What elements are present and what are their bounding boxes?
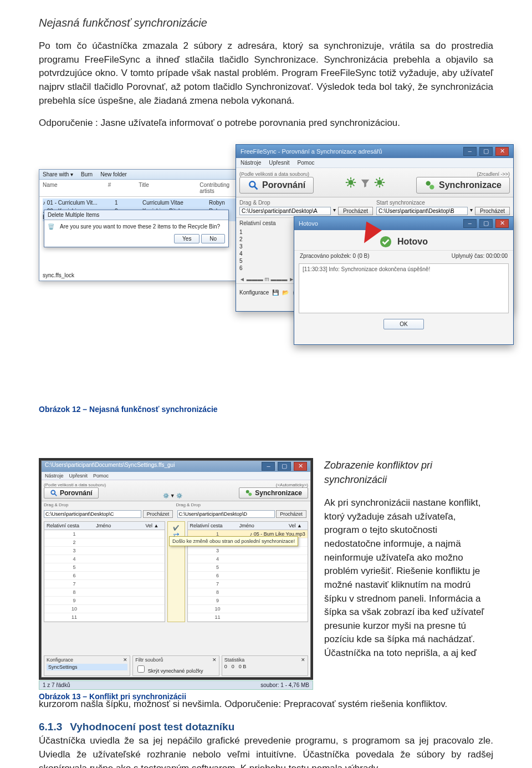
menu-item[interactable]: Nástroje bbox=[45, 473, 64, 479]
menu-item[interactable]: Pomoc bbox=[298, 160, 315, 166]
gear-icon[interactable] bbox=[374, 176, 386, 189]
window-title: C:\Users\participant\Documents\SyncSetti… bbox=[45, 462, 175, 471]
menu-item[interactable]: Upřesnit bbox=[69, 473, 88, 479]
compare-hint: (Podle velikosti a data souboru) bbox=[239, 171, 314, 177]
panel-close-icon[interactable]: ✕ bbox=[212, 657, 217, 663]
gear-icon[interactable]: ⚙️ bbox=[176, 493, 182, 499]
dropdown-icon[interactable]: ▾ bbox=[333, 207, 336, 215]
recycle-icon: 🗑️ bbox=[48, 223, 54, 230]
left-grid[interactable]: Relativní cesta Jméno Vel ▲ 1 2 3 4 5 6 … bbox=[44, 521, 165, 622]
hide-label: Skrýt vynechané položky bbox=[148, 668, 203, 674]
hide-skipped-checkbox[interactable]: Skrýt vynechané položky bbox=[135, 668, 203, 674]
col-rel[interactable]: Relativní cesta bbox=[44, 522, 94, 530]
menu-item[interactable]: Pomoc bbox=[93, 473, 109, 479]
maximize-button[interactable]: ▢ bbox=[479, 147, 493, 156]
lock-file: sync.ffs_lock bbox=[43, 272, 74, 278]
col-title[interactable]: Title bbox=[139, 182, 177, 194]
col-name[interactable]: Name bbox=[43, 182, 86, 194]
browse-button[interactable]: Procházet bbox=[276, 510, 306, 518]
close-button[interactable]: ✕ bbox=[294, 462, 307, 471]
svg-point-5 bbox=[429, 185, 434, 189]
cell: Curriculum Vitae bbox=[142, 200, 192, 206]
filter-panel: Filtr souborů✕ Skrýt vynechané položky bbox=[132, 655, 219, 676]
funnel-icon[interactable]: ▼ bbox=[170, 493, 175, 499]
svg-point-10 bbox=[246, 490, 249, 494]
compare-label: Porovnání bbox=[60, 489, 93, 497]
path-c-input[interactable] bbox=[44, 510, 141, 518]
col-name[interactable]: Jméno bbox=[94, 522, 143, 530]
maximize-button[interactable]: ▢ bbox=[278, 462, 291, 471]
sync-button[interactable]: Synchronizace bbox=[416, 177, 510, 194]
sync-button[interactable]: Synchronizace bbox=[239, 487, 308, 499]
check-icon[interactable]: ✔️ bbox=[173, 525, 179, 531]
funnel-icon[interactable] bbox=[360, 177, 370, 189]
svg-point-8 bbox=[51, 490, 55, 494]
dialog-message: Are you sure you want to move these 2 it… bbox=[60, 223, 220, 230]
col-size[interactable]: Vel ▲ bbox=[287, 522, 308, 530]
col-rel[interactable]: Relativní cesta bbox=[188, 522, 237, 530]
menu-item[interactable]: Upřesnit bbox=[269, 160, 289, 166]
col-artist[interactable]: Contributing artists bbox=[200, 182, 236, 194]
browse-button[interactable]: Procházet bbox=[475, 207, 510, 215]
sync-label: Synchronizace bbox=[439, 180, 502, 190]
browse-button[interactable]: Procházet bbox=[143, 510, 173, 518]
compare-button[interactable]: Porovnání bbox=[44, 487, 99, 499]
save-icon[interactable]: 💾 bbox=[272, 289, 279, 296]
section-2-body-right: Ak pri synchronizácii nastane konflikt, … bbox=[324, 496, 493, 660]
svg-point-2 bbox=[348, 180, 353, 185]
toolbar-item[interactable]: Burn bbox=[81, 171, 93, 177]
toolbar-item[interactable]: New folder bbox=[100, 171, 127, 177]
subsection-heading: 6.1.3Vyhodnocení post test dotazníku bbox=[39, 721, 493, 733]
status-bar: 1 z 7 řádků soubor: 1 - 4,76 MB bbox=[39, 680, 313, 690]
section-title-1: Nejasná funkčnosť synchronizácie bbox=[39, 17, 493, 29]
close-button[interactable]: ✕ bbox=[495, 147, 509, 156]
config-item[interactable]: SyncSettings bbox=[47, 664, 127, 670]
path-b-input[interactable] bbox=[376, 207, 468, 215]
ok-button[interactable]: OK bbox=[383, 319, 423, 329]
window-controls: – ▢ ✕ bbox=[462, 147, 509, 156]
maximize-button[interactable]: ▢ bbox=[479, 219, 493, 228]
drag-drop-label: Drag & Drop bbox=[239, 200, 373, 206]
file-size: soubor: 1 - 4,76 MB bbox=[260, 682, 309, 688]
browse-button[interactable]: Procházet bbox=[338, 207, 373, 215]
menu-item[interactable]: Nástroje bbox=[241, 160, 261, 166]
compare-button[interactable]: Porovnání bbox=[239, 177, 314, 194]
minimize-button[interactable]: – bbox=[463, 147, 477, 156]
sync-label: Synchronizace bbox=[255, 489, 302, 497]
magnifier-icon bbox=[50, 489, 58, 497]
path-a-input[interactable] bbox=[239, 207, 331, 215]
open-icon[interactable]: 📂 bbox=[282, 289, 289, 296]
mirror-hint: (Zrcadlení ->>) bbox=[416, 171, 510, 177]
config-panel: Konfigurace✕ SyncSettings bbox=[44, 655, 130, 676]
file-row[interactable]: ♪ 01 - Curriculum Vit... 1 Curriculum Vi… bbox=[43, 199, 236, 207]
panel-close-icon[interactable]: ✕ bbox=[123, 657, 127, 663]
cell: ♪ 01 - Curriculum Vit... bbox=[43, 200, 98, 206]
panel-close-icon[interactable]: ✕ bbox=[301, 657, 305, 663]
window-title: FreeFileSync - Porovnání a Synchronizace… bbox=[241, 148, 382, 155]
config-label: Konfigurace bbox=[239, 289, 269, 296]
col-name[interactable]: Jméno bbox=[237, 522, 287, 530]
gear-icon[interactable] bbox=[345, 176, 357, 189]
gear-icon[interactable]: ⚙️ bbox=[163, 493, 169, 499]
done-dialog: Hotovo – ▢ ✕ Hotovo Zpracováno položek: … bbox=[294, 216, 514, 345]
stats-panel: Statistika✕ 0 0 0 B bbox=[222, 655, 308, 676]
section-title-2: Zobrazenie konfliktov pri synchronizácii bbox=[324, 458, 493, 487]
col-num[interactable]: # bbox=[108, 182, 117, 194]
path-d-input[interactable] bbox=[177, 510, 275, 518]
paragraph-2: Odporučenie : Jasne užívateľa informovať… bbox=[39, 116, 493, 130]
drag-drop-label: Drag & Drop bbox=[176, 502, 309, 507]
stat-count: 0 bbox=[224, 664, 227, 669]
yes-button[interactable]: Yes bbox=[174, 234, 200, 243]
conflict-tooltip: Došlo ke změně obou stran od poslední sy… bbox=[169, 536, 298, 546]
magnifier-icon bbox=[248, 180, 259, 191]
no-button[interactable]: No bbox=[201, 234, 225, 243]
toolbar-item[interactable]: Share with ▾ bbox=[43, 171, 73, 177]
svg-point-4 bbox=[426, 181, 431, 185]
dialog-title: Delete Multiple Items bbox=[44, 210, 228, 220]
close-button[interactable]: ✕ bbox=[495, 219, 509, 228]
col-size[interactable]: Vel ▲ bbox=[144, 522, 165, 530]
minimize-button[interactable]: – bbox=[262, 462, 275, 471]
start-sync-label: Start synchronizace bbox=[376, 200, 510, 206]
dropdown-icon[interactable]: ▾ bbox=[470, 207, 473, 215]
minimize-button[interactable]: – bbox=[463, 219, 477, 228]
